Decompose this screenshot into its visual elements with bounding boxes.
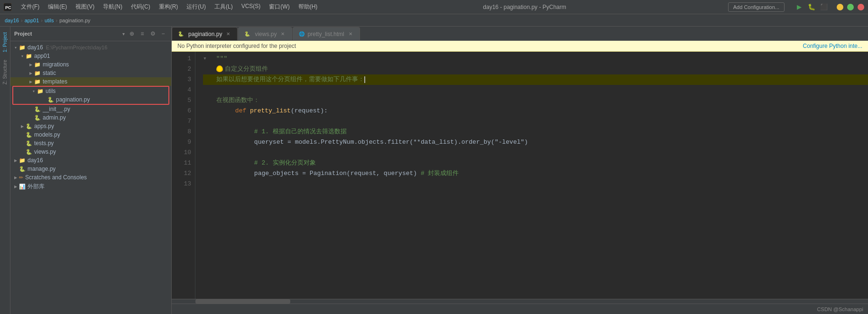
tree-item-static[interactable]: ▶ 📁 static <box>10 69 171 77</box>
run-controls: ▶ 🐛 ⬛ <box>794 2 829 12</box>
breadcrumb-part-3[interactable]: utils <box>45 18 54 23</box>
menu-run[interactable]: 运行(U) <box>183 1 210 13</box>
folder-icon-migrations: 📁 <box>34 62 41 68</box>
run-button[interactable]: ▶ <box>794 2 804 12</box>
line-num-2: 2 <box>172 64 191 74</box>
fold-arrow-1[interactable]: ▾ <box>203 54 207 64</box>
sidebar-collapse-icon[interactable]: ≡ <box>138 29 147 38</box>
code-text-1: """ <box>216 54 227 64</box>
tree-item-init[interactable]: ▶ 🐍 __init__.py <box>10 105 171 113</box>
breadcrumb-part-1[interactable]: day16 <box>5 18 19 23</box>
horizontal-scrollbar[interactable] <box>172 299 868 304</box>
sidebar-dropdown-icon[interactable]: ▾ <box>122 31 125 37</box>
menu-file[interactable]: 文件(F) <box>17 1 43 13</box>
tab-pretty-list[interactable]: 🌐 pretty_list.html ✕ <box>293 27 360 40</box>
tree-item-models[interactable]: ▶ 🐍 models.py <box>10 130 171 139</box>
tree-label-day16-sub: day16 <box>28 157 43 164</box>
warning-banner: No Python interpreter configured for the… <box>172 41 868 52</box>
tree-label-manage: manage.py <box>28 166 55 172</box>
tree-item-tests[interactable]: ▶ 🐍 tests.py <box>10 139 171 148</box>
folder-icon-day16: 📁 <box>19 45 26 51</box>
left-tab-structure[interactable]: Z: Structure <box>1 56 9 88</box>
tab-icon-views: 🐍 <box>244 31 250 37</box>
sidebar-new-icon[interactable]: ⊕ <box>128 29 136 38</box>
tree-item-admin[interactable]: ▶ 🐍 admin.py <box>10 113 171 122</box>
code-text-3: 如果以后想要使用这个分页组件，需要做如下几件事： <box>216 74 364 85</box>
code-line-7: ▾ <box>203 116 868 127</box>
tree-path-day16: E:\PycharmProjects\day16 <box>46 45 108 50</box>
tab-views[interactable]: 🐍 views.py ✕ <box>238 27 292 40</box>
tab-icon-pagination: 🐍 <box>178 31 184 37</box>
watermark: CSDN @Schanappi <box>817 306 863 312</box>
tree-item-day16-root[interactable]: ▾ 📁 day16 E:\PycharmProjects\day16 <box>10 43 171 52</box>
menu-refactor[interactable]: 重构(R) <box>155 1 182 13</box>
tree-arrow-day16: ▾ <box>12 46 19 50</box>
line-num-12: 12 <box>172 168 191 179</box>
tree-item-day16-sub[interactable]: ▶ 📁 day16 <box>10 156 171 165</box>
main-layout: 1: Project Z: Structure Project ▾ ⊕ ≡ ⚙ … <box>0 27 868 314</box>
window-controls <box>837 4 864 10</box>
tree-item-views[interactable]: ▶ 🐍 views.py <box>10 148 171 156</box>
left-tab-project[interactable]: 1: Project <box>1 28 9 56</box>
menu-help[interactable]: 帮助(H) <box>295 1 322 13</box>
add-configuration-button[interactable]: Add Configuration... <box>728 2 785 12</box>
stop-button[interactable]: ⬛ <box>819 2 829 12</box>
breadcrumb-part-2[interactable]: app01 <box>25 18 39 23</box>
tree-item-utils[interactable]: ▾ 📁 utils <box>13 87 168 95</box>
libs-icon: 📊 <box>19 184 26 190</box>
line-num-13: 13 <box>172 179 191 189</box>
tree-item-external-libs[interactable]: ▶ 📊 外部库 <box>10 182 171 192</box>
code-func-args: (request): <box>291 106 328 116</box>
tree-item-app01[interactable]: ▾ 📁 app01 <box>10 52 171 60</box>
tree-item-apps[interactable]: ▶ 🐍 apps.py <box>10 122 171 130</box>
menu-tools[interactable]: 工具(L) <box>211 1 237 13</box>
maximize-button[interactable] <box>847 4 854 10</box>
lightbulb-icon[interactable] <box>216 65 223 72</box>
tree-label-views: views.py <box>34 148 56 155</box>
sidebar-settings-icon[interactable]: ⚙ <box>148 29 157 38</box>
py-icon-init: 🐍 <box>34 106 41 112</box>
menu-vcs[interactable]: VCS(S) <box>238 1 265 13</box>
line-num-9: 9 <box>172 137 191 148</box>
tree-label-apps: apps.py <box>34 123 54 129</box>
tab-label-pretty-list: pretty_list.html <box>307 31 344 37</box>
menu-nav[interactable]: 导航(N) <box>99 1 126 13</box>
line-num-7: 7 <box>172 116 191 127</box>
tree-item-pagination-py[interactable]: ▶ 🐍 pagination.py <box>13 95 168 104</box>
tree-arrow-templates: ▶ <box>28 80 34 84</box>
py-icon-apps: 🐍 <box>26 123 32 129</box>
file-tree: ▾ 📁 day16 E:\PycharmProjects\day16 ▾ 📁 a… <box>10 41 171 314</box>
scratches-icon: ✏ <box>19 175 23 181</box>
code-inline-comment: # 封装成组件 <box>421 168 459 179</box>
close-button[interactable] <box>858 4 864 10</box>
menu-view[interactable]: 视图(V) <box>72 1 98 13</box>
tree-label-models: models.py <box>34 131 60 138</box>
tree-arrow-static: ▶ <box>28 71 34 75</box>
highlight-box-utils: ▾ 📁 utils ▶ 🐍 pagination.py <box>12 86 169 105</box>
code-editor[interactable]: 1 2 3 4 5 6 7 8 9 10 11 12 13 ▾ """ <box>172 52 868 299</box>
tab-close-pagination[interactable]: ✕ <box>225 31 231 37</box>
minimize-button[interactable] <box>837 4 843 10</box>
sidebar-close-icon[interactable]: − <box>159 29 167 38</box>
debug-button[interactable]: 🐛 <box>806 2 817 12</box>
code-line-2: ▾ 自定义分页组件 <box>203 64 868 74</box>
code-queryset: queryset = models.PrettyNum.objects.filt… <box>254 137 528 148</box>
project-sidebar: Project ▾ ⊕ ≡ ⚙ − ▾ 📁 day16 E:\PycharmPr… <box>10 27 172 314</box>
tab-close-pretty-list[interactable]: ✕ <box>347 31 354 37</box>
configure-python-link[interactable]: Configure Python inte... <box>803 43 862 49</box>
tree-item-manage[interactable]: ▶ 🐍 manage.py <box>10 165 171 173</box>
menu-window[interactable]: 窗口(W) <box>265 1 293 13</box>
status-bar: CSDN @Schanappi <box>172 304 868 314</box>
breadcrumb-sep-1: › <box>21 18 23 23</box>
menu-code[interactable]: 代码(C) <box>127 1 154 13</box>
tree-arrow-scratches: ▶ <box>12 175 19 180</box>
tab-close-views[interactable]: ✕ <box>279 31 286 37</box>
tree-item-templates[interactable]: ▶ 📁 templates <box>10 77 171 86</box>
tree-item-scratches[interactable]: ▶ ✏ Scratches and Consoles <box>10 173 171 182</box>
sidebar-actions: ⊕ ≡ ⚙ − <box>128 29 167 38</box>
tree-label-pagination: pagination.py <box>56 96 90 103</box>
tree-item-migrations[interactable]: ▶ 📁 migrations <box>10 60 171 69</box>
tab-pagination[interactable]: 🐍 pagination.py ✕ <box>172 27 238 40</box>
menu-edit[interactable]: 编辑(E) <box>44 1 71 13</box>
code-content[interactable]: ▾ """ ▾ 自定义分页组件 ▾ 如果以后想要使用这个分页组件，需要做如下几件… <box>195 52 868 299</box>
